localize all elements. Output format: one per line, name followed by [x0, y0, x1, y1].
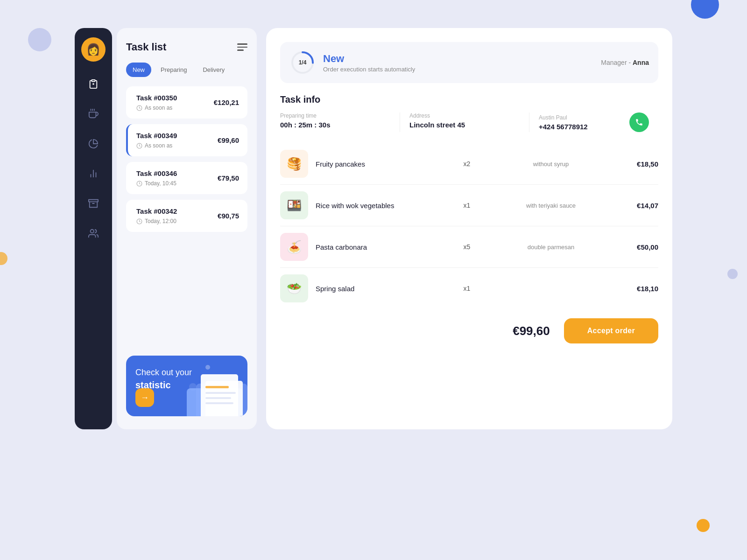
task-card-00349[interactable]: Task #00349 As soon as €99,60	[126, 124, 247, 156]
item-qty-0: x2	[458, 160, 476, 168]
status-left: 1/4 New Order execution starts automatic…	[289, 49, 415, 76]
status-title: New	[323, 53, 415, 65]
tab-group: New Preparing Delivery	[126, 63, 247, 77]
bg-decoration-circle-top-right	[691, 0, 719, 19]
task-number: Task #00349	[136, 132, 177, 140]
task-card-00350[interactable]: Task #00350 As soon as €120,21	[126, 86, 247, 119]
meta-label-address: Address	[409, 112, 520, 119]
sidebar-item-bar-chart[interactable]	[85, 165, 102, 182]
order-items: 🥞 Fruity pancakes x2 without syrup €18,5…	[280, 143, 658, 309]
meta-label-contact: Austin Paul	[539, 114, 588, 121]
task-panel-title: Task list	[126, 41, 166, 53]
progress-label: 1/4	[299, 59, 307, 66]
sidebar-item-inbox[interactable]	[85, 195, 102, 212]
status-subtitle: Order execution starts automaticly	[323, 66, 415, 73]
food-image-3: 🥗	[280, 274, 308, 302]
order-total: €99,60	[513, 324, 550, 338]
meta-contact: Austin Paul +424 56778912	[529, 112, 658, 132]
tab-preparing[interactable]: Preparing	[154, 63, 193, 77]
item-name-1: Rice with wok vegetables	[316, 202, 450, 210]
item-name-0: Fruity pancakes	[316, 160, 450, 168]
svg-rect-21	[205, 397, 231, 399]
task-card-left: Task #00350 As soon as	[136, 94, 177, 111]
item-qty-3: x1	[458, 285, 476, 292]
item-note-2: double parmesan	[484, 244, 618, 251]
svg-rect-20	[205, 392, 236, 394]
task-info-title: Task info	[280, 94, 658, 105]
order-item-1: 🍱 Rice with wok vegetables x1 with teriy…	[280, 185, 658, 226]
task-time: As soon as	[136, 105, 177, 111]
svg-point-10	[91, 230, 94, 233]
meta-address: Address Lincoln street 45	[400, 112, 529, 132]
sidebar-item-users[interactable]	[85, 225, 102, 242]
order-item-3: 🥗 Spring salad x1 €18,10	[280, 268, 658, 309]
sidebar-nav	[85, 76, 102, 420]
main-content: 1/4 New Order execution starts automatic…	[266, 28, 672, 429]
task-number: Task #00350	[136, 94, 177, 102]
svg-rect-8	[89, 200, 98, 202]
sidebar-item-chart-pie[interactable]	[85, 135, 102, 152]
order-footer: €99,60 Accept order	[280, 318, 658, 343]
meta-value-phone: +424 56778912	[539, 123, 588, 131]
item-note-0: without syrup	[484, 161, 618, 168]
stats-banner: Check out your statistic →	[126, 356, 247, 416]
status-header: 1/4 New Order execution starts automatic…	[280, 42, 658, 83]
item-qty-2: x5	[458, 243, 476, 251]
accept-order-button[interactable]: Accept order	[564, 318, 658, 343]
svg-rect-0	[92, 80, 95, 82]
bg-decoration-circle-left	[0, 252, 7, 265]
manager-text: Manager - Anna	[601, 59, 649, 66]
task-card-left: Task #00349 As soon as	[136, 132, 177, 149]
task-card-00342[interactable]: Task #00342 Today, 12:00 €90,75	[126, 200, 247, 232]
avatar[interactable]: 👩	[81, 37, 106, 62]
task-number: Task #00346	[136, 169, 177, 177]
task-time: As soon as	[136, 142, 177, 149]
meta-value-preparing: 00h : 25m : 30s	[280, 121, 390, 129]
call-button[interactable]	[629, 112, 649, 132]
tab-new[interactable]: New	[126, 63, 151, 77]
task-list: Task #00350 As soon as €120,21 Task #003…	[126, 86, 247, 348]
item-name-3: Spring salad	[316, 285, 450, 293]
sidebar: 👩	[75, 28, 112, 429]
order-item-2: 🍝 Pasta carbonara x5 double parmesan €50…	[280, 226, 658, 268]
menu-icon[interactable]	[237, 43, 247, 51]
task-price: €90,75	[218, 212, 239, 220]
stats-arrow-button[interactable]: →	[135, 388, 154, 407]
task-card-left: Task #00342 Today, 12:00	[136, 207, 177, 224]
item-name-2: Pasta carbonara	[316, 243, 450, 251]
task-price: €99,60	[218, 136, 239, 144]
task-time: Today, 10:45	[136, 180, 177, 187]
food-image-2: 🍝	[280, 233, 308, 261]
task-price: €79,50	[218, 174, 239, 182]
item-price-1: €14,07	[626, 202, 658, 210]
item-qty-1: x1	[458, 202, 476, 209]
task-meta-row: Preparing time 00h : 25m : 30s Address L…	[280, 112, 658, 132]
bg-decoration-circle-bottom-right	[697, 519, 710, 532]
svg-point-1	[93, 84, 94, 84]
tab-delivery[interactable]: Delivery	[196, 63, 231, 77]
task-time: Today, 12:00	[136, 218, 177, 224]
sidebar-item-clipboard[interactable]	[85, 76, 102, 92]
progress-ring: 1/4	[289, 49, 316, 76]
task-panel: Task list New Preparing Delivery Task #0…	[117, 28, 257, 429]
task-card-00346[interactable]: Task #00346 Today, 10:45 €79,50	[126, 162, 247, 194]
food-image-1: 🍱	[280, 191, 308, 219]
task-panel-header: Task list	[126, 41, 247, 53]
item-note-1: with teriyaki sauce	[484, 202, 618, 209]
content-card: 1/4 New Order execution starts automatic…	[266, 28, 672, 429]
task-card-left: Task #00346 Today, 10:45	[136, 169, 177, 187]
svg-rect-22	[205, 402, 233, 404]
meta-value-address: Lincoln street 45	[409, 121, 520, 129]
meta-preparing: Preparing time 00h : 25m : 30s	[280, 112, 400, 132]
item-price-2: €50,00	[626, 243, 658, 251]
task-price: €120,21	[214, 98, 239, 106]
bg-decoration-circle-middle-right	[727, 269, 738, 279]
status-text-block: New Order execution starts automaticly	[323, 53, 415, 73]
item-price-0: €18,50	[626, 160, 658, 168]
bg-decoration-circle-top-left	[28, 28, 51, 51]
order-item-0: 🥞 Fruity pancakes x2 without syrup €18,5…	[280, 143, 658, 185]
sidebar-item-food[interactable]	[85, 105, 102, 122]
meta-label-preparing: Preparing time	[280, 112, 390, 119]
item-price-3: €18,10	[626, 285, 658, 293]
task-number: Task #00342	[136, 207, 177, 215]
